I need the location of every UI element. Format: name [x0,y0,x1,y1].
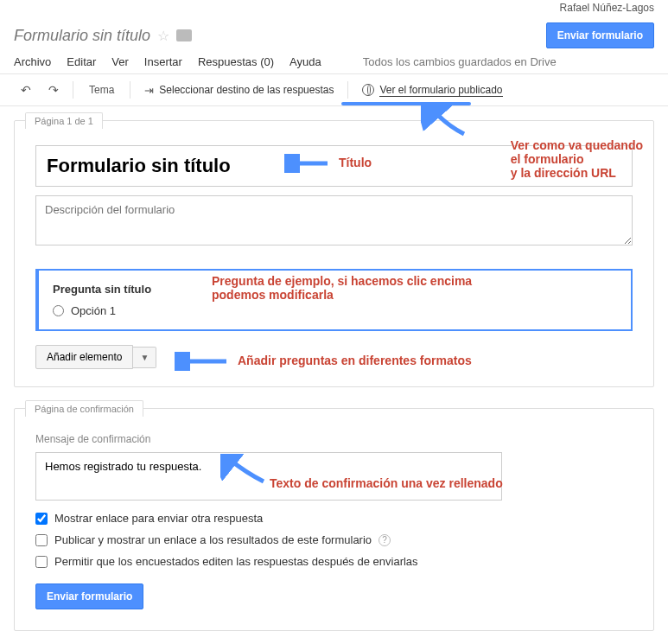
annotation-underline [341,102,471,105]
separator [130,81,130,99]
chk-publish[interactable] [35,534,48,546]
export-icon: ⇥ [144,84,154,97]
option-row: Opción 1 [53,304,617,317]
form-title-input[interactable] [35,145,633,187]
send-form-button-top[interactable]: Enviar formulario [546,22,654,48]
globe-icon [362,84,374,96]
add-element-dropdown[interactable]: ▼ [133,347,156,368]
page-tab: Página 1 de 1 [25,112,103,129]
confirmation-tab: Página de confirmación [25,400,143,417]
toolbar: ↶ ↷ Tema ⇥ Seleccionar destino de las re… [0,74,668,106]
user-name: Rafael Núñez-Lagos [0,0,668,16]
doc-title[interactable]: Formulario sin título [14,27,150,45]
question-title: Pregunta sin título [53,283,617,296]
save-status: Todos los cambios guardados en Drive [363,55,557,68]
chk-edit-label: Permitir que los encuestados editen las … [54,555,418,568]
menu-editar[interactable]: Editar [67,55,96,68]
menu-respuestas[interactable]: Respuestas (0) [198,55,274,68]
page-panel: Página 1 de 1 Pregunta sin título Opción… [14,120,654,387]
menu-insertar[interactable]: Insertar [144,55,182,68]
send-form-button-bottom[interactable]: Enviar formulario [35,583,143,609]
folder-icon[interactable] [176,29,192,41]
select-destination-label: Seleccionar destino de las respuestas [159,84,334,96]
question-box[interactable]: Pregunta sin título Opción 1 Pregunta de… [35,269,633,331]
option-label: Opción 1 [71,304,116,317]
menu-ver[interactable]: Ver [111,55,129,68]
chk-publish-label: Publicar y mostrar un enlace a los resul… [54,533,372,546]
chk-edit[interactable] [35,556,48,568]
select-destination-button[interactable]: ⇥ Seleccionar destino de las respuestas [137,80,340,100]
chk-show-link-label: Mostrar enlace para enviar otra respuest… [54,512,263,525]
star-icon[interactable]: ☆ [157,28,169,44]
view-published-button[interactable]: Ver el formulario publicado [355,80,509,100]
chk-show-link[interactable] [35,513,48,525]
confirm-message-input[interactable]: Hemos registrado tu respuesta. [35,452,502,501]
menu-ayuda[interactable]: Ayuda [289,55,321,68]
form-description-input[interactable] [35,195,633,245]
confirmation-panel: Página de confirmación Mensaje de confir… [14,408,654,631]
undo-button[interactable]: ↶ [14,80,38,100]
redo-button[interactable]: ↷ [41,80,66,100]
confirm-label: Mensaje de confirmación [35,433,633,445]
add-element-button[interactable]: Añadir elemento [35,345,133,369]
menu-archivo[interactable]: Archivo [14,55,51,68]
separator [73,81,73,99]
theme-button[interactable]: Tema [80,80,123,99]
menu-bar: Archivo Editar Ver Insertar Respuestas (… [0,48,668,74]
option-radio[interactable] [53,305,64,316]
separator [347,81,348,99]
help-icon[interactable]: ? [379,534,391,546]
view-published-label: Ver el formulario publicado [379,84,502,97]
